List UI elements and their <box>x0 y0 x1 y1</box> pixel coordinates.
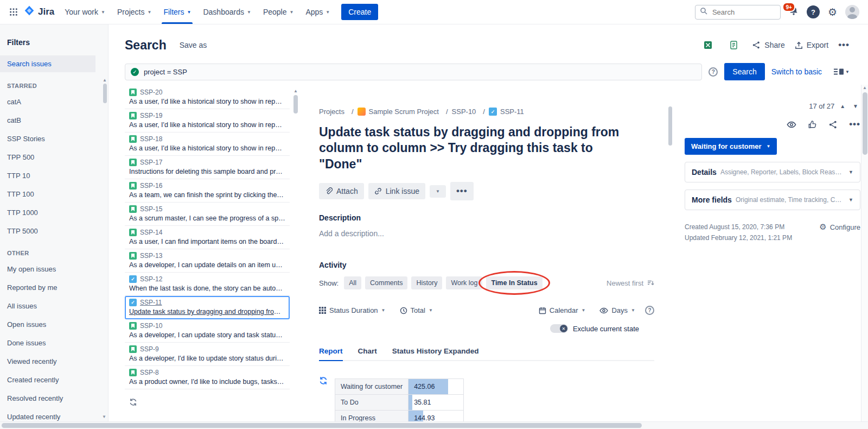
issue-list-item[interactable]: SSP-13 As a developer, I can update deta… <box>125 249 290 273</box>
issue-list-item[interactable]: SSP-14 As a user, I can find important i… <box>125 226 290 249</box>
sidebar-other-item[interactable]: My open issues <box>0 261 108 277</box>
calendar-dropdown[interactable]: Calendar▼ <box>539 306 586 314</box>
more-fields-panel-toggle[interactable]: More fields Original estimate, Time trac… <box>685 190 860 210</box>
sidebar-starred-item[interactable]: SSP Stories <box>0 130 108 147</box>
sidebar-starred-item[interactable]: TTP 1000 <box>0 204 108 221</box>
scroll-up-arrow-icon[interactable]: ▲ <box>861 85 868 91</box>
sidebar-scrollbar[interactable]: ▲ <box>103 78 107 104</box>
header-more-button[interactable]: ••• <box>838 40 850 51</box>
scroll-up-arrow-icon[interactable]: ▲ <box>103 78 107 83</box>
configure-button[interactable]: ⚙ Configure <box>819 222 860 232</box>
breadcrumb-item[interactable]: Projects / <box>319 108 358 116</box>
horizontal-scrollbar[interactable] <box>0 421 868 429</box>
share-issue-icon[interactable] <box>828 120 838 129</box>
nav-menu-item[interactable]: Apps ▼ <box>299 0 336 24</box>
activity-filter-chip[interactable]: All <box>344 276 361 289</box>
layout-switch-button[interactable]: ▼ <box>834 68 850 75</box>
export-button[interactable]: Export <box>795 41 828 49</box>
issue-list-item[interactable]: SSP-16 As a team, we can finish the spri… <box>125 179 290 203</box>
sidebar-starred-item[interactable]: TTP 5000 <box>0 223 108 239</box>
issue-more-actions-button[interactable]: ••• <box>849 119 860 130</box>
tis-help-icon[interactable]: ? <box>645 306 654 315</box>
sidebar-starred-item[interactable]: catB <box>0 112 108 129</box>
description-placeholder[interactable]: Add a description... <box>319 229 654 238</box>
main-scrollbar[interactable]: ▲ <box>861 85 868 421</box>
attach-button[interactable]: Attach <box>319 183 364 199</box>
user-avatar[interactable] <box>845 5 859 19</box>
sidebar-item-search-issues[interactable]: Search issues <box>0 55 95 72</box>
status-dropdown-button[interactable]: Waiting for customer ▼ <box>685 138 777 155</box>
watch-eye-icon[interactable] <box>787 121 796 128</box>
scrollbar-thumb[interactable] <box>668 106 672 146</box>
share-button[interactable]: Share <box>752 41 784 49</box>
save-as-button[interactable]: Save as <box>180 41 207 49</box>
syntax-help-icon[interactable]: ? <box>709 67 718 77</box>
export-csv-icon[interactable] <box>726 37 742 53</box>
breadcrumb-item[interactable]: SSP-10 / <box>452 108 489 116</box>
exclude-current-state-toggle[interactable]: ✕ <box>550 324 568 333</box>
sidebar-other-item[interactable]: Open issues <box>0 316 108 333</box>
status-duration-dropdown[interactable]: Status Duration▼ <box>319 306 386 314</box>
switch-to-basic-link[interactable]: Switch to basic <box>771 67 822 76</box>
export-excel-icon[interactable] <box>700 37 716 53</box>
issue-list-item[interactable]: SSP-15 As a scrum master, I can see the … <box>125 203 290 226</box>
nav-menu-item[interactable]: Projects ▼ <box>111 0 158 24</box>
nav-menu-item[interactable]: Your work ▼ <box>59 0 111 24</box>
sidebar-starred-item[interactable]: TTP 100 <box>0 186 108 203</box>
help-button[interactable]: ? <box>807 5 820 18</box>
next-issue-button[interactable]: ▼ <box>851 102 860 110</box>
scrollbar-thumb[interactable] <box>2 423 642 428</box>
issue-list-scrollbar[interactable]: ▲ <box>293 89 298 115</box>
breadcrumb-item[interactable]: SSP-11 / <box>489 108 524 116</box>
notifications-button[interactable]: 9+ <box>789 6 799 18</box>
scrollbar-thumb[interactable] <box>863 92 867 155</box>
sidebar-starred-item[interactable]: TTP 10 <box>0 167 108 184</box>
more-actions-button[interactable]: ••• <box>450 182 474 200</box>
activity-filter-chip[interactable]: Time In Status <box>486 276 542 289</box>
report-value-cell[interactable]: 144.93 <box>409 411 464 421</box>
sidebar-other-item[interactable]: Reported by me <box>0 279 108 296</box>
vote-thumbs-up-icon[interactable] <box>808 120 817 129</box>
refresh-list-icon[interactable] <box>129 398 137 408</box>
scrollbar-thumb[interactable] <box>293 95 298 113</box>
tis-tab[interactable]: Status History Expanded <box>392 347 479 360</box>
sidebar-other-item[interactable]: Updated recently <box>0 408 108 421</box>
issue-list-item[interactable]: SSP-19 As a user, I'd like a historical … <box>125 109 290 133</box>
issue-list-item[interactable]: SSP-12 When the last task is done, the s… <box>125 273 290 296</box>
issue-list-item[interactable]: SSP-18 As a user, I'd like a historical … <box>125 133 290 156</box>
app-switcher-icon[interactable] <box>5 4 22 20</box>
scroll-up-arrow-icon[interactable]: ▲ <box>293 89 298 93</box>
tis-tab[interactable]: Chart <box>358 347 377 360</box>
previous-issue-button[interactable]: ▲ <box>838 102 847 110</box>
scroll-down-arrow-icon[interactable]: ▼ <box>102 414 106 419</box>
sidebar-other-item[interactable]: All issues <box>0 298 108 314</box>
sidebar-starred-item[interactable]: TPP 500 <box>0 149 108 166</box>
nav-menu-item[interactable]: Filters ▼ <box>157 0 197 24</box>
issue-list-item[interactable]: SSP-11 Update task status by dragging an… <box>125 296 290 319</box>
settings-gear-icon[interactable]: ⚙ <box>828 6 837 18</box>
sidebar-other-item[interactable]: Viewed recently <box>0 353 108 370</box>
detail-scrollbar[interactable] <box>668 105 673 401</box>
breadcrumb-item[interactable]: Sample Scrum Project / <box>358 108 452 116</box>
search-button[interactable]: Search <box>724 63 764 80</box>
tis-tab[interactable]: Report <box>319 347 343 360</box>
global-search-input[interactable] <box>711 8 771 17</box>
nav-menu-item[interactable]: People ▼ <box>257 0 300 24</box>
issue-list-item[interactable]: SSP-17 Instructions for deleting this sa… <box>125 156 290 179</box>
sidebar-other-item[interactable]: Resolved recently <box>0 390 108 407</box>
refresh-report-icon[interactable] <box>319 376 328 387</box>
total-dropdown[interactable]: Total▼ <box>400 306 433 314</box>
details-panel-toggle[interactable]: Details Assignee, Reporter, Labels, Bloc… <box>685 162 860 182</box>
activity-filter-chip[interactable]: Comments <box>365 276 407 289</box>
report-value-cell[interactable]: 35.81 <box>409 395 464 411</box>
jira-logo[interactable]: Jira <box>22 5 59 18</box>
issue-list-item[interactable]: SSP-8 As a product owner, I'd like to in… <box>125 366 290 389</box>
sidebar-other-item[interactable]: Done issues <box>0 335 108 351</box>
nav-menu-item[interactable]: Dashboards ▼ <box>197 0 257 24</box>
sidebar-starred-item[interactable]: catA <box>0 93 108 110</box>
activity-filter-chip[interactable]: History <box>411 276 442 289</box>
sort-order-button[interactable]: Newest first <box>607 279 654 287</box>
report-value-cell[interactable]: 425.06 <box>409 379 464 395</box>
sidebar-other-item[interactable]: Created recently <box>0 371 108 388</box>
issue-list-item[interactable]: SSP-10 As a developer, I can update stor… <box>125 319 290 343</box>
